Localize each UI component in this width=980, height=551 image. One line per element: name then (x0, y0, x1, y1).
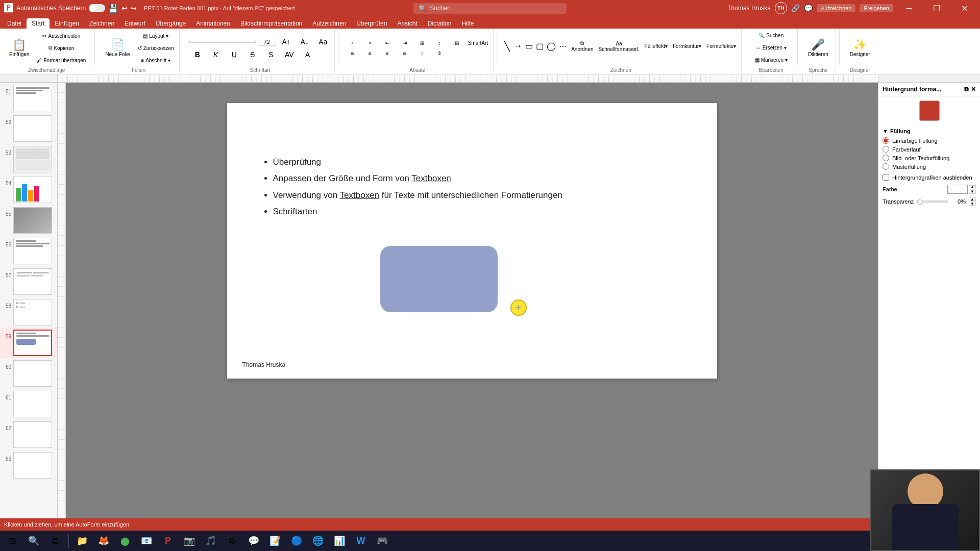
transparency-up-btn[interactable]: ▲ (969, 197, 976, 201)
minimize-button[interactable]: ─ (897, 0, 921, 16)
slide-canvas[interactable]: Überprüfung Anpassen der Größe und Form … (227, 103, 717, 379)
align-left-button[interactable]: ≡ (345, 49, 361, 57)
taskbar-outlook[interactable]: 📧 (136, 532, 157, 550)
clear-format-button[interactable]: Aa (315, 37, 331, 47)
slide-thumb-52[interactable]: 52 (0, 113, 57, 144)
replace-button[interactable]: ↔Ersetzen ▾ (754, 42, 789, 53)
numbering-button[interactable]: ⁌ (362, 39, 378, 47)
text-align-button[interactable]: ⊞ (449, 39, 465, 47)
decrease-indent-button[interactable]: ⇤ (379, 39, 396, 47)
slide-thumb-60[interactable]: 60 (0, 358, 57, 389)
shadow-button[interactable]: S (263, 49, 279, 60)
right-panel-expand-button[interactable]: ⧉ (964, 86, 969, 93)
tab-entwurf[interactable]: Entwurf (119, 18, 151, 29)
find-button[interactable]: 🔍Suchen (756, 30, 786, 41)
taskbar-app8[interactable]: 💬 (243, 532, 264, 550)
transparency-down-btn[interactable]: ▼ (969, 202, 976, 206)
slide-thumb-56[interactable]: 56 (0, 236, 57, 266)
toolbar-save-icon[interactable]: 💾 (108, 4, 118, 13)
bullets-button[interactable]: ⁍ (345, 39, 361, 47)
select-button[interactable]: ▦Markieren ▾ (753, 54, 790, 65)
slide-thumb-61[interactable]: 61 (0, 389, 57, 419)
shape-effects-button[interactable]: Formeffekte▾ (704, 30, 738, 63)
taskbar-chrome[interactable]: ⬤ (115, 532, 135, 550)
increase-indent-button[interactable]: ⇥ (397, 39, 413, 47)
cut-button[interactable]: ✂Ausschneiden (35, 30, 88, 41)
tab-ueberpruefen[interactable]: Überprüfen (351, 18, 392, 29)
slide-thumb-59[interactable]: 59 (0, 328, 57, 358)
italic-button[interactable]: K (208, 49, 224, 60)
close-button[interactable]: ✕ (952, 0, 976, 16)
search-bar[interactable]: 🔍 Suchen (351, 3, 629, 14)
autosave-toggle[interactable] (89, 4, 105, 12)
tab-aufzeichnen[interactable]: Aufzeichnen (307, 18, 351, 29)
taskbar-app14[interactable]: 🎮 (372, 532, 393, 550)
color-swatch[interactable] (947, 185, 968, 194)
taskbar-app12[interactable]: 📊 (329, 532, 350, 550)
slide-thumb-58[interactable]: 58 Text box Text box (0, 297, 57, 328)
taskbar-browser[interactable]: 🦊 (93, 532, 114, 550)
taskbar-app11[interactable]: 🌐 (308, 532, 328, 550)
taskbar-powerpoint[interactable]: P (158, 532, 178, 550)
taskbar-word[interactable]: W (351, 532, 371, 550)
taskbar-app10[interactable]: 🔵 (286, 532, 307, 550)
shape-outline-button[interactable]: Formkontur▾ (671, 30, 703, 63)
arrange-button[interactable]: ⧉ Anordnen (569, 30, 595, 63)
tab-start[interactable]: Start (27, 18, 50, 29)
slide-thumb-62[interactable]: 62 (0, 419, 57, 450)
slide-thumb-63[interactable]: 63 (0, 450, 57, 481)
font-decrease-button[interactable]: A↓ (297, 37, 313, 47)
slide-thumb-53[interactable]: 53 (0, 144, 57, 174)
fill-picture-option[interactable]: Bild- oder Texturfüllung (883, 155, 976, 161)
char-spacing-button[interactable]: AV (281, 49, 298, 60)
paragraph-spacing-button[interactable]: ⇕ (431, 49, 448, 57)
shape-btn-rounded[interactable]: ▢ (535, 40, 545, 52)
tab-dictation[interactable]: Dictation (423, 18, 457, 29)
shape-btn-line[interactable]: ╲ (503, 40, 511, 53)
tab-zeichnen[interactable]: Zeichnen (84, 18, 119, 29)
line-spacing-button[interactable]: ↕ (414, 49, 430, 57)
slide-thumb-54[interactable]: 54 (0, 174, 57, 205)
record-btn[interactable]: Aufzeichnen (817, 4, 856, 12)
copy-button[interactable]: ⧉Kopieren (35, 42, 88, 54)
align-justify-button[interactable]: ≡ (397, 49, 413, 57)
font-size-selector[interactable]: 72 (258, 38, 276, 46)
strikethrough-button[interactable]: S (244, 49, 261, 60)
tab-ansicht[interactable]: Ansicht (392, 18, 422, 29)
slide-thumb-51[interactable]: 51 (0, 83, 57, 113)
taskbar-app6[interactable]: 🎵 (201, 532, 221, 550)
taskbar-app5[interactable]: 📷 (179, 532, 200, 550)
rounded-rect-shape[interactable] (380, 246, 498, 312)
reset-button[interactable]: ↺Zurücksetzen (136, 42, 176, 54)
task-view-button[interactable]: ⧉ (45, 532, 65, 550)
fill-solid-option[interactable]: Einfarbige Füllung (883, 137, 976, 144)
shape-btn-oval[interactable]: ◯ (546, 40, 557, 52)
taskbar-files[interactable]: 📁 (72, 532, 92, 550)
tab-hilfe[interactable]: Hilfe (456, 18, 479, 29)
insert-button[interactable]: 📋 Einfügen (5, 30, 33, 66)
search-taskbar-button[interactable]: 🔍 (23, 532, 44, 550)
font-increase-button[interactable]: A↑ (278, 37, 295, 47)
quick-styles-button[interactable]: Aa Schnellformatvorl. (597, 30, 642, 63)
align-right-button[interactable]: ≡ (379, 49, 396, 57)
hide-bg-graphics-option[interactable]: Hintergrundgrafiken ausblenden (883, 174, 976, 181)
slide-thumb-55[interactable]: 55 (0, 205, 57, 236)
color-down-btn[interactable]: ▼ (969, 190, 976, 194)
tab-praesentation[interactable]: Bildschirmpräsentation (235, 18, 307, 29)
tab-uebergaenge[interactable]: Übergänge (151, 18, 191, 29)
tab-animationen[interactable]: Animationen (191, 18, 235, 29)
toolbar-redo-icon[interactable]: ↪ (131, 4, 137, 12)
comments-icon[interactable]: 💬 (804, 4, 813, 12)
fill-pattern-option[interactable]: Musterfüllung (883, 163, 976, 170)
slide-thumb-57[interactable]: 57 (0, 266, 57, 297)
present-btn[interactable]: Freigeben (860, 4, 893, 12)
tab-einfuegen[interactable]: Einfügen (50, 18, 84, 29)
transparency-slider[interactable] (917, 201, 948, 203)
format-copy-button[interactable]: 🖌Format übertragen (35, 55, 88, 66)
fill-gradient-option[interactable]: Farbverlauf (883, 146, 976, 153)
toolbar-undo-icon[interactable]: ↩ (121, 4, 128, 12)
new-slide-button[interactable]: 📄 Neue Folie (101, 30, 134, 66)
taskbar-app9[interactable]: 📝 (265, 532, 285, 550)
layout-button[interactable]: ▤Layout ▾ (136, 30, 176, 41)
bold-button[interactable]: B (189, 49, 206, 60)
